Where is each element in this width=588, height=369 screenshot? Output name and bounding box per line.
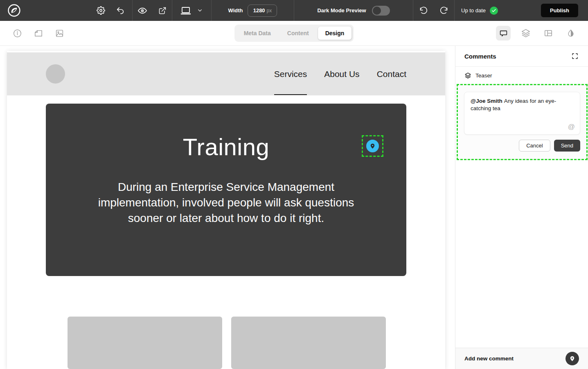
add-comment-bar: Add new comment <box>455 348 588 369</box>
image-placeholder-left[interactable] <box>68 317 222 369</box>
app-logo[interactable] <box>7 3 22 18</box>
nav-item-services[interactable]: Services <box>274 52 307 95</box>
image-placeholder-right[interactable] <box>231 317 386 369</box>
comments-panel: Comments Teaser @Joe SmithAny ideas for … <box>455 46 588 369</box>
comment-pin-marker[interactable] <box>362 135 383 157</box>
comments-panel-header: Comments <box>455 46 588 67</box>
site-nav: Services About Us Contact <box>274 52 406 95</box>
tab-meta-data[interactable]: Meta Data <box>237 27 278 40</box>
contrast-theme-toggle[interactable] <box>563 26 578 41</box>
mention-chip: @Joe Smith <box>471 98 502 104</box>
layout-panel-toggle[interactable] <box>541 26 556 41</box>
comment-pin-circle <box>366 140 379 152</box>
revert-undo-icon[interactable] <box>115 5 126 16</box>
width-label: Width <box>228 7 243 14</box>
device-chevron-down-icon[interactable] <box>196 7 204 14</box>
component-layers-icon <box>464 72 471 79</box>
nav-item-contact[interactable]: Contact <box>377 52 406 95</box>
hero-paragraph: During an Enterprise Service Management … <box>85 179 367 226</box>
dark-mode-label: Dark Mode Preview <box>317 7 366 14</box>
editor-toolbar: Meta Data Content Design <box>0 21 588 46</box>
layout-columns-icon <box>544 29 553 38</box>
logo-icon <box>7 4 21 17</box>
width-value: 1280 <box>253 7 265 14</box>
comments-panel-toggle[interactable] <box>496 26 511 41</box>
top-toolbar: Width 1280 px Dark Mode Preview Up to d <box>0 0 588 21</box>
canvas-area: Services About Us Contact Training Durin… <box>0 46 455 369</box>
add-new-comment-label: Add new comment <box>464 355 514 362</box>
width-input[interactable]: 1280 px <box>248 5 277 17</box>
add-pin-icon <box>569 355 575 362</box>
dark-mode-toggle[interactable] <box>372 6 390 16</box>
hero-title: Training <box>46 104 406 161</box>
workspace: Services About Us Contact Training Durin… <box>0 46 588 369</box>
cancel-button[interactable]: Cancel <box>519 140 550 152</box>
layers-panel-toggle[interactable] <box>518 26 533 41</box>
contrast-drop-icon <box>567 29 575 37</box>
component-label: Teaser <box>475 72 492 79</box>
image-icon[interactable] <box>54 28 65 38</box>
preview-site-header: Services About Us Contact <box>7 52 445 95</box>
redo-icon[interactable] <box>439 5 449 16</box>
site-logo-placeholder[interactable] <box>46 64 65 84</box>
expand-panel-icon[interactable] <box>571 52 579 60</box>
tab-content[interactable]: Content <box>280 27 316 40</box>
device-laptop-icon[interactable] <box>180 5 192 16</box>
width-unit: px <box>267 8 272 14</box>
mention-at-icon[interactable]: @ <box>568 123 575 131</box>
publish-status-text: Up to date <box>461 7 486 14</box>
page-preview: Services About Us Contact Training Durin… <box>7 51 445 369</box>
info-icon[interactable] <box>12 28 23 38</box>
location-pin-icon <box>369 143 376 149</box>
compose-actions: Cancel Send <box>464 140 580 152</box>
undo-icon[interactable] <box>418 5 428 16</box>
comment-compose-region: @Joe SmithAny ideas for an eye-catching … <box>457 84 588 160</box>
component-context-row[interactable]: Teaser <box>455 67 588 84</box>
tab-design[interactable]: Design <box>318 27 352 40</box>
page-document-icon[interactable] <box>33 28 44 38</box>
open-external-icon[interactable] <box>158 6 167 16</box>
nav-item-about-us[interactable]: About Us <box>324 52 359 95</box>
layers-icon <box>521 29 530 38</box>
comment-bubble-icon <box>499 29 508 38</box>
preview-eye-icon[interactable] <box>137 5 148 16</box>
comments-title: Comments <box>464 53 496 60</box>
settings-gear-icon[interactable] <box>96 5 106 16</box>
add-comment-pin-button[interactable] <box>565 352 579 365</box>
editor-mode-tabs: Meta Data Content Design <box>234 25 354 42</box>
toggle-knob <box>373 7 381 15</box>
up-to-date-check-icon <box>490 7 498 15</box>
send-button[interactable]: Send <box>554 140 580 152</box>
publish-button[interactable]: Publish <box>541 4 578 17</box>
comment-input[interactable]: @Joe SmithAny ideas for an eye-catching … <box>464 92 580 135</box>
hero-teaser-section[interactable]: Training During an Enterprise Service Ma… <box>46 104 406 276</box>
content-placeholders <box>68 317 445 369</box>
